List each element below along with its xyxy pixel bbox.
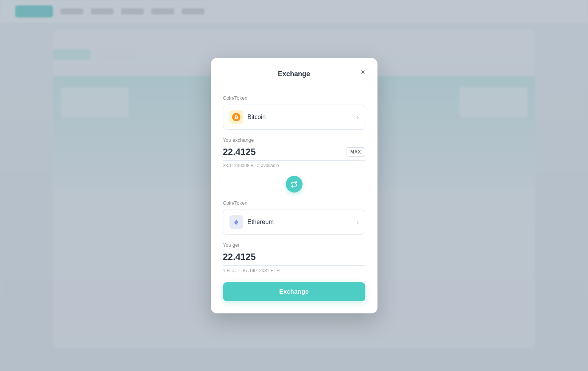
get-amount-row: 22.4125: [223, 252, 365, 266]
swap-button-container: [223, 176, 365, 193]
to-coin-label: Coin/Token: [223, 200, 365, 206]
from-coin-left: Bitcoin: [229, 110, 266, 124]
exchange-amount-row: 22.4125 MAX: [223, 147, 365, 161]
from-coin-selector[interactable]: Bitcoin ›: [223, 105, 365, 130]
from-coin-name: Bitcoin: [248, 114, 266, 121]
to-coin-chevron-icon: ›: [357, 219, 359, 225]
from-coin-chevron-icon: ›: [357, 114, 359, 120]
from-coin-label: Coin/Token: [223, 95, 365, 101]
available-text: 23.11239008 BTC available: [223, 163, 365, 168]
exchange-modal: Exchange × Coin/Token Bitcoin › You exch…: [211, 58, 377, 313]
you-get-label: You get: [223, 242, 365, 248]
close-button[interactable]: ×: [358, 67, 368, 78]
to-coin-selector[interactable]: Ethereum ›: [223, 210, 365, 235]
to-coin-name: Ethereum: [248, 219, 274, 225]
modal-overlay[interactable]: Exchange × Coin/Token Bitcoin › You exch…: [0, 0, 588, 371]
bitcoin-icon: [229, 110, 243, 124]
modal-title: Exchange: [278, 70, 310, 78]
get-amount-value: 22.4125: [223, 252, 256, 262]
max-button[interactable]: MAX: [346, 147, 365, 157]
you-get-section: You get 22.4125 1 BTC → 87.19012031 ETH: [223, 242, 365, 273]
you-exchange-section: You exchange 22.4125 MAX 23.11239008 BTC…: [223, 137, 365, 168]
rate-text: 1 BTC → 87.19012031 ETH: [223, 268, 365, 273]
ethereum-icon: [229, 215, 243, 229]
exchange-button[interactable]: Exchange: [223, 282, 365, 301]
modal-header: Exchange ×: [223, 70, 365, 86]
exchange-amount-value: 22.4125: [223, 147, 256, 157]
swap-button[interactable]: [286, 176, 303, 193]
to-coin-left: Ethereum: [229, 215, 274, 229]
you-exchange-label: You exchange: [223, 137, 365, 143]
